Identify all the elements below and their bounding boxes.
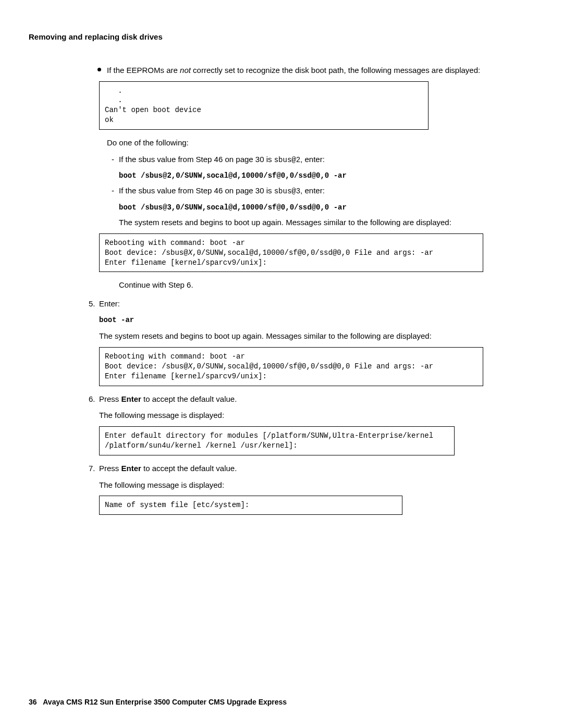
step7-number: 7. bbox=[89, 463, 95, 474]
bullet-text-b: correctly set to recognize the disk boot… bbox=[191, 66, 480, 75]
section-title: Removing and replacing disk drives bbox=[29, 31, 534, 43]
step6-a: Press bbox=[99, 394, 121, 403]
step7-a: Press bbox=[99, 464, 121, 473]
bullet-item: If the EEPROMs are not correctly set to … bbox=[107, 65, 534, 76]
step7-enter: Enter bbox=[121, 464, 141, 473]
code-block-reboot-2: Rebooting with command: boot -ar Boot de… bbox=[99, 347, 483, 386]
page-number: 36 bbox=[29, 698, 37, 706]
dash2-text-b: , enter: bbox=[300, 186, 325, 195]
cb3-x: X bbox=[188, 362, 192, 371]
dash-icon: - bbox=[112, 185, 114, 196]
footer-title: Avaya CMS R12 Sun Enterprise 3500 Comput… bbox=[43, 698, 287, 706]
do-one-text: Do one of the following: bbox=[107, 137, 534, 149]
step5-label: Enter: bbox=[99, 299, 120, 308]
step6-text: The following message is displayed: bbox=[99, 410, 534, 421]
dash-item-sbus2: - If the sbus value from Step 46 on page… bbox=[119, 154, 534, 165]
code-block-system-file: Name of system file [etc/system]: bbox=[99, 496, 402, 515]
step6-enter: Enter bbox=[121, 394, 141, 403]
step5-cmd-text: boot -ar bbox=[99, 316, 134, 324]
dash2-code: sbus@3 bbox=[274, 187, 300, 195]
continue-step6: Continue with Step 6. bbox=[119, 279, 534, 291]
bullet-icon bbox=[97, 68, 101, 71]
step-5: 5. Enter: bbox=[89, 298, 534, 310]
step7-text: The following message is displayed: bbox=[99, 479, 534, 491]
dash-icon: - bbox=[112, 154, 114, 165]
step-7: 7. Press Enter to accept the default val… bbox=[89, 463, 534, 474]
resets-text-1: The system resets and begins to boot up … bbox=[119, 217, 534, 228]
cmd-sbus3: boot /sbus@3,0/SUNW,socal@d,10000/sf@0,0… bbox=[119, 201, 534, 213]
step6-number: 6. bbox=[89, 393, 95, 405]
step5-cmd: boot -ar bbox=[99, 314, 534, 325]
code-block-reboot-1: Rebooting with command: boot -ar Boot de… bbox=[99, 233, 483, 273]
code-block-boot-error: . . Can't open boot device ok bbox=[99, 81, 429, 130]
cmd-sbus2: boot /sbus@2,0/SUNW,socal@d,10000/sf@0,0… bbox=[119, 169, 534, 181]
bullet-text-a: If the EEPROMs are bbox=[107, 66, 180, 75]
step5-text: The system resets and begins to boot up … bbox=[99, 330, 534, 342]
dash1-text-a: If the sbus value from Step 46 on page 3… bbox=[119, 155, 274, 164]
step6-b: to accept the default value. bbox=[141, 394, 237, 403]
step7-b: to accept the default value. bbox=[141, 464, 237, 473]
dash-item-sbus3: - If the sbus value from Step 46 on page… bbox=[119, 185, 534, 196]
cmd1-text: boot /sbus@2,0/SUNW,socal@d,10000/sf@0,0… bbox=[119, 171, 347, 180]
dash2-text-a: If the sbus value from Step 46 on page 3… bbox=[119, 186, 274, 195]
dash1-code: sbus@2 bbox=[274, 156, 300, 164]
cmd2-text: boot /sbus@3,0/SUNW,socal@d,10000/sf@0,0… bbox=[119, 203, 347, 212]
page-footer: 36 Avaya CMS R12 Sun Enterprise 3500 Com… bbox=[29, 697, 287, 707]
code-block-modules: Enter default directory for modules [/pl… bbox=[99, 426, 455, 455]
step-6: 6. Press Enter to accept the default val… bbox=[89, 393, 534, 405]
step5-number: 5. bbox=[89, 298, 95, 310]
dash1-text-b: , enter: bbox=[300, 155, 325, 164]
cb2-x: X bbox=[188, 249, 192, 257]
bullet-not: not bbox=[180, 66, 191, 75]
